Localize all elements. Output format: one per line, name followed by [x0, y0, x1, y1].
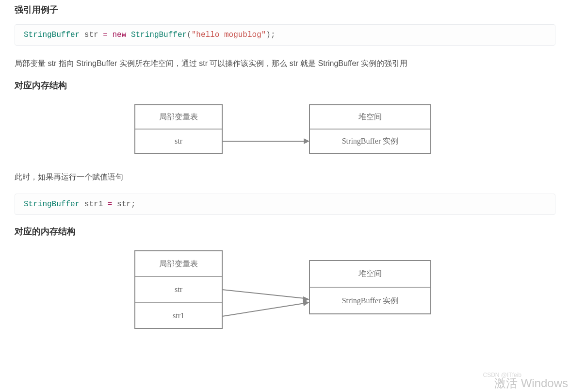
code-token: = — [108, 200, 113, 209]
code-token: "hello mogublog" — [192, 31, 266, 39]
diagram-label: str — [175, 285, 183, 294]
heading-memory-2: 对应的内存结构 — [15, 226, 555, 237]
diagram-label: 堆空间 — [358, 113, 382, 121]
svg-line-10 — [222, 290, 305, 298]
code-token: StringBuffer — [131, 31, 187, 39]
code-token: = — [103, 31, 108, 39]
svg-line-11 — [222, 303, 305, 316]
paragraph-2: 此时，如果再运行一个赋值语句 — [15, 170, 555, 184]
diagram-label: str1 — [173, 311, 184, 320]
diagram-2: 局部变量表 str str1 堆空间 StringBuffer 实例 — [130, 246, 440, 333]
arrow-head-icon — [304, 138, 309, 144]
code-token: StringBuffer — [24, 31, 80, 39]
diagram-label: 局部变量表 — [159, 113, 198, 121]
paragraph-1: 局部变量 str 指向 StringBuffer 实例所在堆空间，通过 str … — [15, 56, 555, 71]
code-token: ( — [187, 31, 192, 39]
heading-example: 强引用例子 — [15, 4, 555, 16]
code-block-2: StringBuffer str1 = str; — [15, 194, 555, 215]
code-block-1: StringBuffer str = new StringBuffer("hel… — [15, 24, 555, 46]
code-token: ; — [131, 200, 136, 209]
code-token: new — [112, 31, 126, 39]
diagram-label: StringBuffer 实例 — [342, 296, 398, 305]
heading-memory-1: 对应内存结构 — [15, 80, 555, 91]
diagram-label: str — [175, 137, 183, 145]
code-token: ; — [271, 31, 276, 39]
diagram-2-wrap: 局部变量表 str str1 堆空间 StringBuffer 实例 — [15, 246, 555, 333]
code-token: ) — [266, 31, 271, 39]
arrow-head-icon — [303, 300, 309, 306]
code-token: str — [84, 31, 98, 39]
code-token: str — [117, 200, 131, 209]
diagram-label: 堆空间 — [358, 269, 382, 278]
code-token: StringBuffer — [24, 200, 80, 209]
diagram-1-wrap: 局部变量表 str 堆空间 StringBuffer 实例 — [15, 100, 555, 158]
code-token: str1 — [84, 200, 103, 209]
diagram-label: StringBuffer 实例 — [342, 137, 398, 146]
diagram-label: 局部变量表 — [159, 260, 198, 268]
diagram-1: 局部变量表 str 堆空间 StringBuffer 实例 — [130, 100, 440, 158]
